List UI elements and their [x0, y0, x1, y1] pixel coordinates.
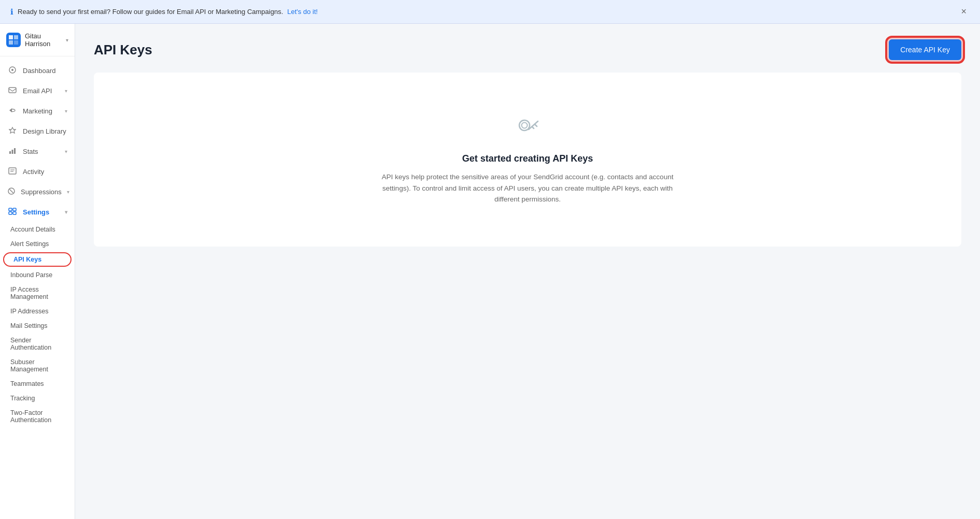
subnav-api-keys[interactable]: API Keys [3, 252, 72, 267]
create-api-key-button[interactable]: Create API Key [889, 39, 961, 60]
svg-rect-15 [9, 208, 12, 211]
sidebar-nav: Dashboard Email API ▾ Marketing ▾ [0, 56, 75, 519]
settings-chevron-icon: ▾ [65, 209, 67, 215]
email-api-chevron-icon: ▾ [65, 88, 67, 94]
sidebar-item-stats-label: Stats [23, 148, 38, 155]
banner-text: Ready to send your first email? Follow o… [18, 8, 283, 16]
sidebar-item-design-library-label: Design Library [23, 127, 66, 135]
activity-icon [7, 167, 18, 177]
sidebar-item-email-api[interactable]: Email API ▾ [0, 81, 75, 101]
brand-logo [6, 33, 21, 47]
sidebar-item-design-library[interactable]: Design Library [0, 121, 75, 141]
subnav-teammates[interactable]: Teammates [0, 377, 75, 391]
user-menu[interactable]: Gitau Harrison ▾ [0, 24, 75, 56]
banner-content: ℹ Ready to send your first email? Follow… [10, 7, 318, 17]
dashboard-icon [7, 66, 18, 76]
svg-point-5 [11, 69, 13, 71]
svg-rect-10 [9, 168, 16, 174]
subnav-subuser-management[interactable]: Subuser Management [0, 355, 75, 377]
sidebar-item-settings[interactable]: Settings ▾ [0, 202, 75, 222]
svg-rect-18 [13, 212, 16, 214]
svg-rect-7 [9, 151, 11, 154]
stats-icon [7, 147, 18, 156]
settings-submenu: Account Details Alert Settings API Keys … [0, 222, 75, 427]
sidebar-item-stats[interactable]: Stats ▾ [0, 141, 75, 162]
svg-rect-16 [13, 208, 16, 211]
banner-link[interactable]: Let's do it! [287, 8, 318, 16]
email-api-icon [7, 86, 18, 96]
info-banner: ℹ Ready to send your first email? Follow… [0, 0, 980, 24]
main-content: API Keys Create API Key Get started crea… [75, 24, 980, 519]
svg-line-22 [535, 124, 537, 126]
sidebar-item-activity-label: Activity [23, 168, 44, 176]
user-name: Gitau Harrison [25, 32, 62, 48]
empty-state-description: API keys help protect the sensitive area… [377, 171, 678, 205]
app-body: Gitau Harrison ▾ Dashboard Email API ▾ [0, 24, 980, 519]
design-library-icon [7, 126, 18, 136]
sidebar-item-email-api-label: Email API [23, 87, 52, 95]
subnav-tracking[interactable]: Tracking [0, 391, 75, 406]
subnav-alert-settings[interactable]: Alert Settings [0, 237, 75, 251]
suppressions-chevron-icon: ▾ [67, 189, 69, 195]
sidebar-item-suppressions-label: Suppressions [21, 188, 62, 196]
sidebar-item-activity[interactable]: Activity [0, 162, 75, 182]
sidebar: Gitau Harrison ▾ Dashboard Email API ▾ [0, 24, 75, 519]
svg-rect-17 [9, 212, 12, 214]
sidebar-item-dashboard-label: Dashboard [23, 67, 56, 75]
settings-icon [7, 207, 18, 217]
svg-line-23 [532, 127, 534, 128]
subnav-two-factor-auth[interactable]: Two-Factor Authentication [0, 406, 75, 427]
svg-rect-6 [9, 88, 16, 93]
svg-line-14 [10, 190, 13, 193]
svg-rect-0 [9, 35, 13, 39]
banner-close-button[interactable]: × [958, 5, 970, 18]
page-header: API Keys Create API Key [94, 39, 961, 60]
svg-point-19 [519, 120, 530, 131]
marketing-chevron-icon: ▾ [65, 108, 67, 114]
svg-rect-3 [14, 40, 18, 45]
svg-point-20 [522, 123, 528, 128]
sidebar-item-marketing[interactable]: Marketing ▾ [0, 101, 75, 121]
sidebar-item-dashboard[interactable]: Dashboard [0, 61, 75, 81]
empty-state-card: Get started creating API Keys API keys h… [94, 73, 961, 247]
suppressions-icon [7, 187, 16, 197]
subnav-account-details[interactable]: Account Details [0, 222, 75, 237]
svg-rect-8 [12, 150, 13, 154]
svg-rect-2 [9, 40, 13, 45]
subnav-sender-authentication[interactable]: Sender Authentication [0, 333, 75, 355]
svg-rect-1 [14, 35, 18, 39]
page-title: API Keys [94, 42, 152, 58]
user-menu-chevron-icon: ▾ [66, 37, 68, 43]
sidebar-item-suppressions[interactable]: Suppressions ▾ [0, 182, 75, 202]
subnav-ip-access-management[interactable]: IP Access Management [0, 282, 75, 304]
sidebar-item-settings-label: Settings [23, 208, 49, 216]
marketing-icon [7, 106, 18, 116]
stats-chevron-icon: ▾ [65, 149, 67, 154]
sidebar-item-marketing-label: Marketing [23, 107, 52, 115]
subnav-mail-settings[interactable]: Mail Settings [0, 319, 75, 333]
key-icon [514, 114, 541, 141]
subnav-ip-addresses[interactable]: IP Addresses [0, 304, 75, 319]
info-icon: ℹ [10, 7, 13, 17]
sendgrid-logo-icon [9, 35, 18, 45]
svg-rect-9 [14, 148, 16, 154]
empty-state-title: Get started creating API Keys [462, 153, 593, 164]
subnav-inbound-parse[interactable]: Inbound Parse [0, 268, 75, 282]
key-icon-wrapper [514, 114, 541, 143]
